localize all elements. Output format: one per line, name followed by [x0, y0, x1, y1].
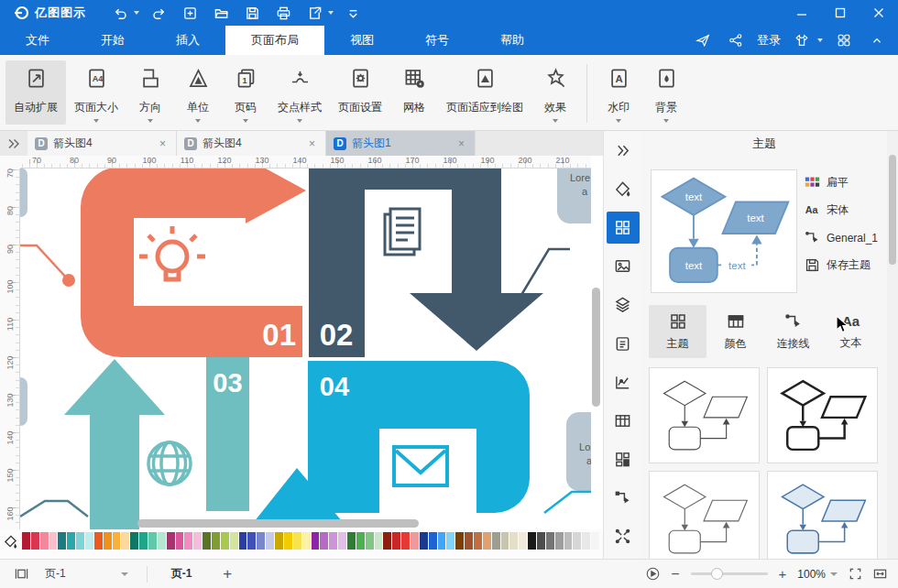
quadrant-01-shape[interactable]: 01 — [81, 163, 306, 357]
color-swatch[interactable] — [564, 532, 573, 550]
color-swatch[interactable] — [528, 532, 536, 550]
color-swatch[interactable] — [582, 532, 590, 550]
export-caret-icon[interactable] — [328, 11, 334, 15]
add-page-button[interactable]: + — [223, 565, 232, 583]
collapse-ribbon-icon[interactable] — [865, 30, 889, 50]
color-swatch[interactable] — [221, 532, 229, 550]
color-swatch[interactable] — [139, 532, 148, 550]
color-swatch[interactable] — [366, 532, 374, 550]
color-swatch[interactable] — [94, 532, 103, 550]
panel-scroll-thumb[interactable] — [889, 155, 896, 265]
clip-art-icon[interactable] — [607, 443, 640, 475]
ribbon-button-page-setup[interactable]: 页面设置 — [330, 60, 390, 125]
color-swatch[interactable] — [293, 532, 301, 550]
color-swatch[interactable] — [537, 532, 545, 550]
save-icon[interactable] — [240, 3, 264, 23]
color-swatch[interactable] — [546, 532, 554, 550]
color-swatch[interactable] — [148, 532, 157, 550]
color-swatch[interactable] — [312, 532, 320, 550]
color-swatch[interactable] — [483, 532, 491, 550]
picture-icon[interactable] — [607, 250, 640, 282]
color-swatch[interactable] — [113, 532, 121, 550]
canvas-horizontal-scrollbar[interactable] — [20, 518, 591, 528]
note-icon[interactable] — [607, 327, 640, 359]
color-swatch[interactable] — [76, 532, 84, 550]
ribbon-button-grid[interactable]: 网格 — [390, 60, 438, 125]
undo-icon[interactable] — [108, 3, 132, 23]
ribbon-button-orientation[interactable]: 方向 — [126, 60, 174, 125]
theme-preview-card[interactable]: texttexttexttext — [651, 169, 797, 293]
document-tab-箭头图4[interactable]: D箭头图4× — [27, 131, 177, 156]
ribbon-button-crossing-style[interactable]: 交点样式 — [269, 60, 330, 125]
new-document-icon[interactable] — [178, 3, 202, 23]
zoom-slider-knob[interactable] — [711, 568, 723, 580]
minimize-button[interactable] — [783, 0, 821, 26]
drawing-canvas[interactable]: 01 02 03 — [20, 163, 591, 529]
theme-option-connector[interactable]: General_1 — [805, 230, 885, 245]
close-tab-icon[interactable]: × — [157, 137, 169, 150]
color-swatch[interactable] — [401, 532, 410, 550]
theme-option-font[interactable]: Aa宋体 — [805, 202, 885, 218]
callout-top-right[interactable]: Lore a — [557, 163, 591, 223]
fit-width-icon[interactable] — [873, 567, 887, 581]
color-swatch[interactable] — [302, 532, 311, 550]
close-button[interactable] — [860, 0, 898, 26]
menu-tab-文件[interactable]: 文件 — [0, 26, 75, 55]
menu-tab-页面布局[interactable]: 页面布局 — [225, 26, 324, 55]
color-swatch[interactable] — [22, 532, 30, 550]
color-swatch[interactable] — [257, 532, 265, 550]
color-swatch[interactable] — [347, 532, 356, 550]
send-feedback-icon[interactable] — [691, 30, 715, 50]
menu-tab-插入[interactable]: 插入 — [150, 26, 225, 55]
canvas-vertical-scrollbar[interactable] — [591, 169, 602, 518]
page-tab[interactable]: 页-1 — [166, 566, 198, 582]
color-swatch[interactable] — [329, 532, 337, 550]
personalize-shirt-icon[interactable] — [790, 30, 814, 50]
themes-icon[interactable] — [607, 212, 640, 244]
color-swatch[interactable] — [320, 532, 328, 550]
color-swatch[interactable] — [420, 532, 428, 550]
color-swatch[interactable] — [446, 532, 454, 550]
chart-icon[interactable] — [607, 366, 640, 398]
color-swatch[interactable] — [203, 532, 211, 550]
color-swatch[interactable] — [104, 532, 112, 550]
color-swatch[interactable] — [58, 532, 66, 550]
quadrant-03-shape[interactable]: 03 — [64, 357, 249, 529]
color-swatch[interactable] — [284, 532, 292, 550]
color-swatch[interactable] — [429, 532, 437, 550]
color-swatch[interactable] — [411, 532, 419, 550]
menu-tab-开始[interactable]: 开始 — [75, 26, 150, 55]
ribbon-button-watermark[interactable]: A水印 — [595, 60, 642, 125]
zoom-out-button[interactable]: − — [671, 566, 679, 583]
personalize-caret-icon[interactable] — [817, 38, 823, 42]
undo-caret-icon[interactable] — [134, 11, 139, 15]
share-icon[interactable] — [724, 30, 748, 50]
color-swatch[interactable] — [465, 532, 473, 550]
close-tab-icon[interactable]: × — [455, 137, 467, 150]
theme-thumbnail-gray[interactable] — [649, 471, 760, 559]
panel-scrollbar[interactable] — [887, 131, 898, 559]
shrink-icon[interactable] — [607, 520, 640, 552]
callout-bottom-right[interactable]: Lor a — [566, 412, 591, 491]
layers-icon[interactable] — [607, 289, 640, 321]
color-swatch[interactable] — [130, 532, 138, 550]
login-button[interactable]: 登录 — [757, 32, 781, 49]
presentation-play-icon[interactable] — [646, 567, 660, 581]
menu-tab-符号[interactable]: 符号 — [400, 26, 475, 55]
theme-thumbnail-blue[interactable] — [767, 471, 878, 559]
panel-tab-文本[interactable]: Aa文本 — [822, 305, 880, 358]
color-swatch[interactable] — [501, 532, 509, 550]
connector-dark[interactable] — [509, 249, 570, 310]
quadrant-04-shape[interactable]: 04 — [254, 361, 530, 522]
connector-style-icon[interactable] — [607, 482, 640, 514]
ribbon-button-auto-expand[interactable]: 自动扩展 — [5, 60, 66, 125]
expand-library-panel-icon[interactable] — [0, 131, 27, 156]
document-tab-箭头图4[interactable]: D箭头图4× — [177, 131, 326, 156]
page-selector-dropdown[interactable]: 页-1 — [45, 566, 128, 582]
quadrant-02-shape[interactable]: 02 — [309, 165, 543, 357]
ribbon-button-effects[interactable]: 效果 — [531, 60, 579, 125]
maximize-button[interactable] — [821, 0, 860, 26]
color-swatch[interactable] — [67, 532, 75, 550]
color-swatch[interactable] — [519, 532, 527, 550]
panel-tab-主题[interactable]: 主题 — [649, 305, 706, 358]
